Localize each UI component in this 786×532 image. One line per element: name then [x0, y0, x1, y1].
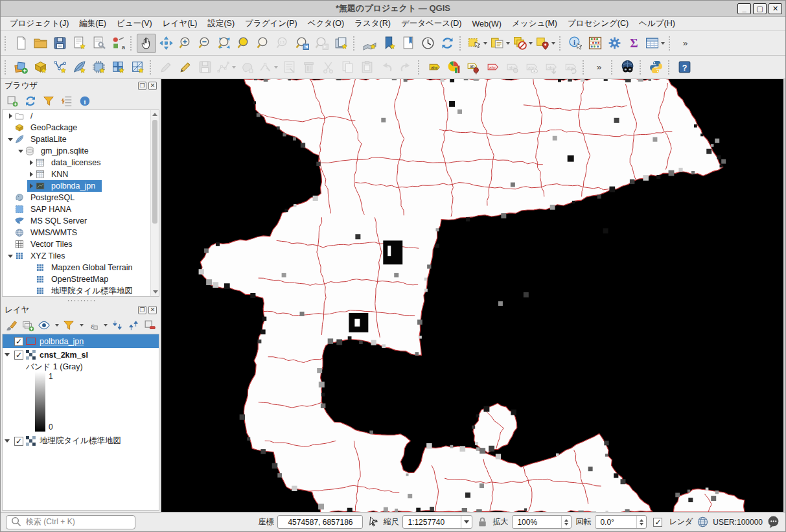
toggle-unplaced-labels-button[interactable]: abc — [483, 58, 502, 77]
browser-scrollbar[interactable] — [150, 110, 159, 296]
pan-map-button[interactable] — [137, 34, 156, 53]
processing-toolbox-button[interactable] — [605, 34, 624, 53]
dropdown-caret-icon[interactable] — [551, 42, 555, 45]
properties-widget-button[interactable]: i — [77, 93, 93, 109]
new-map-view-button[interactable] — [331, 34, 351, 53]
manage-map-themes-button[interactable] — [38, 318, 51, 333]
digitize-button[interactable] — [214, 58, 237, 77]
filter-by-expression-button[interactable]: ε — [86, 318, 100, 333]
layer-row-gsi-tiles[interactable]: ✓ 地理院タイル標準地図 — [3, 434, 159, 448]
vertex-tool-button[interactable] — [257, 58, 279, 77]
rotation-spinbox[interactable]: 0.0° — [595, 515, 647, 529]
scroll-thumb[interactable] — [152, 120, 157, 224]
new-spatialite-layer-button[interactable] — [69, 58, 89, 77]
save-project-button[interactable] — [50, 34, 69, 53]
new-scratch-layer-button[interactable] — [89, 58, 108, 77]
tree-expander-icon[interactable] — [6, 138, 14, 141]
tree-item-postgresql[interactable]: PostgreSQL — [3, 192, 159, 203]
dropdown-caret-icon[interactable] — [274, 66, 278, 69]
panel-splitter[interactable] — [1, 298, 161, 303]
tree-item-polbnda_jpn[interactable]: polbnda_jpn — [3, 180, 159, 192]
menu-item-1[interactable]: プロジェクト(J) — [5, 17, 74, 30]
show-layout-manager-button[interactable] — [89, 34, 108, 53]
zoom-to-selection-button[interactable] — [234, 34, 253, 53]
layer-checkbox[interactable]: ✓ — [14, 437, 23, 446]
help-contents-button[interactable]: ? — [675, 58, 694, 77]
tree-expander-icon[interactable] — [6, 113, 14, 119]
menu-item-5[interactable]: 設定(S) — [202, 17, 240, 30]
tree-item-openstreetmap[interactable]: OpenStreetMap — [3, 273, 159, 285]
statistical-summary-button[interactable] — [585, 34, 605, 53]
new-3d-map-view-button[interactable] — [360, 34, 379, 53]
expand-all-button[interactable] — [110, 318, 124, 333]
close-button[interactable]: ✕ — [769, 3, 782, 14]
tree-item--[interactable]: 地理院タイル標準地図 — [3, 285, 159, 297]
tree-item-wms-wmts[interactable]: WMS/WMTS — [3, 227, 159, 238]
layer-symbol-swatch[interactable] — [26, 338, 36, 345]
zoom-full-button[interactable] — [214, 34, 234, 53]
paste-features-button[interactable] — [357, 58, 376, 77]
tree-item-sap-hana[interactable]: SAP HANA — [3, 203, 159, 215]
tree-expander-icon[interactable] — [27, 172, 35, 177]
menu-item-11[interactable]: メッシュ(M) — [507, 17, 562, 30]
tree-item-data_licenses[interactable]: data_licenses — [3, 157, 159, 168]
toolbar2-overflow-button[interactable]: » — [589, 58, 608, 77]
tree-item-ms-sql-server[interactable]: MS SQL Server — [3, 215, 159, 227]
browser-close-button[interactable]: ✕ — [148, 82, 157, 90]
scroll-down-icon[interactable] — [153, 290, 158, 294]
show-hide-labels-button[interactable]: abc — [522, 58, 541, 77]
redo-button[interactable] — [396, 58, 415, 77]
crs-globe-icon[interactable] — [697, 516, 709, 528]
menu-item-3[interactable]: ビュー(V) — [111, 17, 157, 30]
menu-item-7[interactable]: ベクタ(O) — [303, 17, 349, 30]
map-canvas[interactable] — [161, 79, 785, 512]
highlight-pinned-labels-button[interactable]: ab — [463, 58, 483, 77]
metasearch-button[interactable] — [618, 58, 637, 77]
style-manager-button[interactable]: a — [108, 34, 128, 53]
copy-features-button[interactable] — [338, 58, 357, 77]
add-group-button[interactable] — [21, 318, 34, 333]
tree-expander-icon[interactable] — [27, 183, 35, 189]
magnifier-spinbox[interactable]: 100% — [512, 515, 572, 529]
layer-expander[interactable] — [3, 353, 12, 356]
current-edits-button[interactable] — [156, 58, 176, 77]
save-layer-edits-button[interactable] — [195, 58, 214, 77]
delete-selected-button[interactable] — [299, 58, 318, 77]
layer-row-cnst-2km-sl[interactable]: ✓ cnst_2km_sl — [3, 348, 159, 362]
layer-row-polbnda-jpn[interactable]: ✓ polbnda_jpn — [3, 334, 159, 348]
zoom-native-button[interactable]: 1:1 — [273, 34, 292, 53]
title-bar[interactable]: *無題のプロジェクト — QGIS _ ▢ ✕ — [1, 1, 785, 17]
move-label-button[interactable]: abc — [541, 58, 561, 77]
new-spatial-bookmark-button[interactable] — [379, 34, 399, 53]
search-input[interactable]: 検索 (Ctrl + K) — [6, 515, 135, 529]
collapse-all-button[interactable] — [126, 318, 140, 333]
temporal-controller-button[interactable] — [418, 34, 437, 53]
show-spatial-bookmarks-button[interactable] — [399, 34, 418, 53]
new-geopackage-layer-button[interactable] — [30, 58, 50, 77]
dropdown-caret-icon[interactable] — [483, 42, 487, 45]
tree-item-geopackage[interactable]: GeoPackage — [3, 122, 159, 133]
coordinate-input[interactable]: 4574587, 6857186 — [277, 515, 363, 529]
new-project-button[interactable] — [11, 34, 30, 53]
filter-legend-button[interactable] — [62, 318, 75, 333]
menu-item-8[interactable]: ラスタ(R) — [349, 17, 396, 30]
zoom-in-button[interactable] — [176, 34, 195, 53]
layer-labeling-options-button[interactable]: abc — [424, 58, 444, 77]
select-by-form-button[interactable] — [489, 34, 511, 53]
python-console-button[interactable] — [646, 58, 665, 77]
menu-item-2[interactable]: 編集(E) — [74, 17, 111, 30]
maximize-button[interactable]: ▢ — [753, 3, 767, 14]
rotate-label-button[interactable]: abc — [561, 58, 580, 77]
zoom-next-button[interactable] — [312, 34, 331, 53]
toolbar-overflow-button[interactable]: » — [675, 34, 695, 53]
browser-float-button[interactable]: ❐ — [138, 82, 146, 90]
messages-icon[interactable] — [767, 515, 780, 529]
dropdown-caret-icon[interactable] — [104, 324, 108, 327]
refresh-browser-button[interactable] — [23, 93, 38, 109]
layer-expander[interactable] — [3, 439, 12, 443]
select-features-button[interactable] — [466, 34, 489, 53]
layer-checkbox[interactable]: ✓ — [14, 337, 23, 346]
filter-browser-button[interactable] — [41, 93, 56, 109]
tree-item-mapzen-global-terrain[interactable]: Mapzen Global Terrain — [3, 262, 159, 273]
pan-to-selection-button[interactable] — [156, 34, 176, 53]
